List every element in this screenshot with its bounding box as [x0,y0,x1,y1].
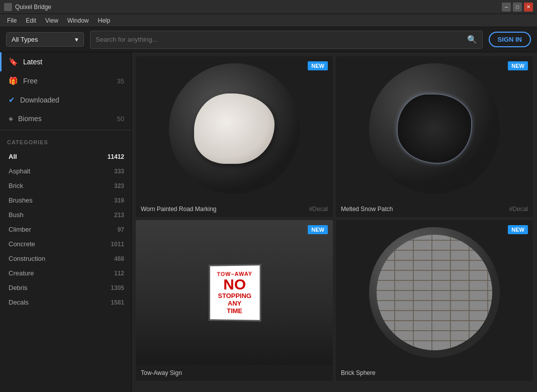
type-dropdown[interactable]: All Types ▾ [6,32,84,47]
new-badge: NEW [308,61,328,70]
sign-content: TOW–AWAY NO STOPPING ANY TIME [209,264,261,322]
window-controls[interactable]: – □ ✕ [502,3,533,12]
asset-info: Tow-Away Sign [136,365,333,381]
asset-name: Worn Painted Road Marking [141,206,217,213]
sidebar-item-latest[interactable]: 🔖 Latest [0,52,131,71]
cat-label: Construction [9,255,45,262]
cat-label: Brick [9,182,23,189]
sidebar-cat-climber[interactable]: Climber 97 [0,222,131,237]
asset-card-melted-snow[interactable]: NEW Melted Snow Patch #Decal [336,56,533,217]
sidebar-cat-brushes[interactable]: Brushes 319 [0,193,131,208]
window-title: Quixel Bridge [15,4,502,11]
minimize-button[interactable]: – [502,3,511,12]
gift-icon: 🎁 [9,76,18,85]
cat-label: Bush [9,211,24,219]
menu-file[interactable]: File [3,16,21,25]
cat-count: 1581 [111,299,124,306]
asset-info: Worn Painted Road Marking #Decal [136,201,333,217]
sidebar-cat-all[interactable]: All 11412 [0,149,131,164]
sidebar-cat-asphalt[interactable]: Asphalt 333 [0,164,131,178]
asset-card-worn-painted[interactable]: NEW Worn Painted Road Marking #Decal [136,56,333,217]
cat-label: Debris [9,284,28,291]
sidebar-item-label: Downloaded [20,96,59,104]
cat-count: 1305 [111,284,124,291]
sidebar-cat-construction[interactable]: Construction 468 [0,251,131,266]
sidebar-cat-bush[interactable]: Bush 213 [0,208,131,222]
menu-edit[interactable]: Edit [22,16,40,25]
app-icon [4,3,12,11]
search-input[interactable] [96,36,467,43]
biomes-icon: ◈ [9,115,13,122]
cat-count: 319 [114,197,124,204]
sign-visual: TOW–AWAY NO STOPPING ANY TIME [136,220,333,365]
menu-window[interactable]: Window [63,16,93,25]
content-area: NEW Worn Painted Road Marking #Decal NEW [132,52,537,392]
sidebar-cat-concrete[interactable]: Concrete 1011 [0,237,131,251]
snow-blob [397,93,472,164]
sphere-visual [369,63,500,194]
asset-info: Melted Snow Patch #Decal [336,201,533,217]
new-badge: NEW [308,225,328,234]
menu-bar: File Edit View Window Help [0,14,537,27]
title-bar: Quixel Bridge – □ ✕ [0,0,537,14]
cat-label: Decals [9,299,29,306]
cat-count: 323 [114,182,124,189]
sidebar-item-label: Biomes [18,115,42,123]
chevron-down-icon: ▾ [75,36,78,43]
sign-line-2: NO [217,276,252,291]
check-icon: ✔ [9,95,15,105]
search-icon: 🔍 [467,35,477,44]
sidebar-cat-creature[interactable]: Creature 112 [0,266,131,280]
sphere-visual [369,227,500,358]
sidebar-item-label: Latest [23,58,42,66]
powder-blob [194,93,275,164]
cat-label: All [9,153,17,160]
sidebar-item-count: 50 [117,115,124,123]
asset-card-tow-away[interactable]: NEW TOW–AWAY NO STOPPING ANY TIME Tow-Aw… [136,220,333,381]
sphere-visual [169,63,300,194]
close-button[interactable]: ✕ [524,3,533,12]
asset-thumbnail [136,56,333,201]
asset-name: Melted Snow Patch [341,206,393,213]
asset-thumbnail [336,56,533,201]
sidebar-cat-brick[interactable]: Brick 323 [0,178,131,193]
cat-count: 213 [114,212,124,219]
sidebar-item-downloaded[interactable]: ✔ Downloaded [0,90,131,110]
sidebar-item-count: 35 [117,77,124,85]
sidebar-cat-decals[interactable]: Decals 1581 [0,295,131,310]
asset-info: Brick Sphere [336,365,533,381]
asset-card-brick-sphere[interactable]: NEW Brick Sphere [336,220,533,381]
categories-header: CATEGORIES [0,132,131,149]
new-badge: NEW [508,61,528,70]
cat-label: Brushes [9,197,33,204]
menu-help[interactable]: Help [94,16,115,25]
cat-count: 468 [114,255,124,262]
sidebar-divider [0,130,131,130]
cat-label: Creature [9,269,34,277]
sidebar-item-biomes[interactable]: ◈ Biomes 50 [0,110,131,128]
search-bar: 🔍 [90,31,483,49]
sign-line-3: STOPPING [217,291,252,299]
brick-pattern [377,235,492,350]
sign-line-4: ANY [217,299,252,307]
new-badge: NEW [508,225,528,234]
app-container: All Types ▾ 🔍 SIGN IN 🔖 Latest 🎁 Free 35… [0,27,537,392]
cat-label: Concrete [9,240,35,248]
cat-count: 97 [118,226,124,233]
body-container: 🔖 Latest 🎁 Free 35 ✔ Downloaded ◈ Biomes… [0,52,537,392]
menu-view[interactable]: View [41,16,62,25]
sidebar-item-free[interactable]: 🎁 Free 35 [0,71,131,90]
sidebar: 🔖 Latest 🎁 Free 35 ✔ Downloaded ◈ Biomes… [0,52,132,392]
cat-label: Asphalt [9,167,30,175]
cat-count: 11412 [108,153,124,160]
cat-label: Climber [9,226,31,233]
bookmark-icon: 🔖 [9,57,18,66]
asset-name: Tow-Away Sign [141,369,182,376]
sign-line-5: TIME [217,307,252,315]
maximize-button[interactable]: □ [513,3,522,12]
asset-thumbnail [336,220,533,365]
sidebar-cat-debris[interactable]: Debris 1305 [0,280,131,295]
cat-count: 1011 [111,241,124,248]
toolbar: All Types ▾ 🔍 SIGN IN [0,27,537,52]
sign-in-button[interactable]: SIGN IN [489,32,531,47]
